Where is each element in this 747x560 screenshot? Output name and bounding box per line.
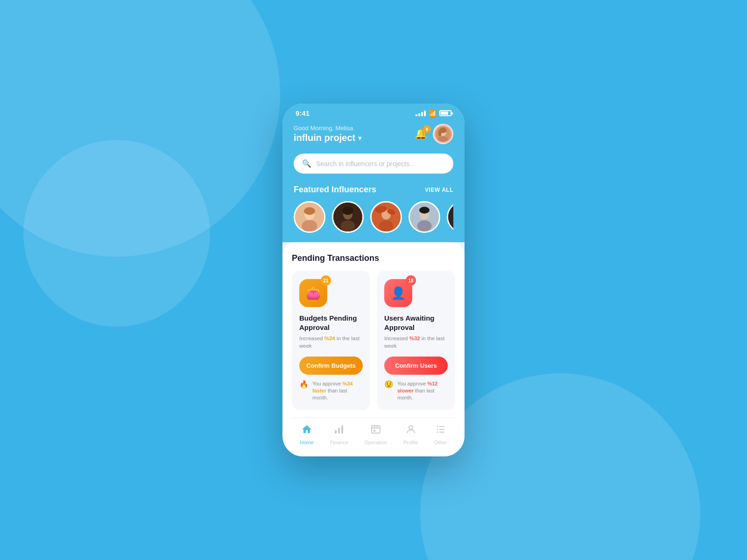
pending-title: Pending Transactions [292,253,455,263]
battery-icon [439,110,451,116]
search-container: 🔍 Search in influencers or projects... [282,154,465,185]
svg-rect-37 [374,430,375,432]
search-icon: 🔍 [302,159,311,168]
nav-other-label: Other [434,440,447,445]
project-name: influin project [294,133,355,143]
influencer-avatar-5[interactable] [447,201,453,233]
influencer-avatar-3[interactable] [370,201,402,233]
signal-icon [416,111,426,116]
operation-icon [370,424,381,438]
svg-point-5 [438,130,442,137]
nav-operation-label: Operation [365,440,387,445]
featured-section: Featured Influencers VIEW ALL [282,185,465,242]
svg-point-8 [302,220,317,232]
svg-rect-33 [372,426,380,433]
header-left: Good Morning, Melisa influin project ▾ [294,125,361,143]
header-right: 🔔 6 [415,124,453,144]
notification-badge: 6 [423,125,431,133]
users-icon-wrapper: 👤 18 [384,279,412,307]
svg-rect-30 [335,430,337,434]
nav-finance[interactable]: Finance [330,424,348,445]
nav-finance-label: Finance [330,440,348,445]
nav-profile-label: Profile [403,440,418,445]
svg-point-12 [341,221,355,232]
main-card: Pending Transactions 👛 21 Budgets Pendin… [282,242,465,456]
transactions-grid: 👛 21 Budgets Pending Approval Increased … [292,271,455,410]
nav-other[interactable]: Other [434,424,447,445]
greeting-text: Good Morning, Melisa [294,125,361,132]
svg-rect-32 [341,426,343,434]
search-bar[interactable]: 🔍 Search in influencers or projects... [294,154,453,174]
svg-rect-31 [338,428,340,434]
phone-device: 9:41 📶 Good Morning, Melisa influin proj… [282,104,465,456]
confirm-budgets-button[interactable]: Confirm Budgets [299,357,363,375]
budget-card: 👛 21 Budgets Pending Approval Increased … [292,271,370,410]
bg-decoration-3 [23,140,210,327]
influencers-row [294,201,453,233]
svg-point-41 [437,428,438,430]
featured-title: Featured Influencers [294,185,376,195]
notification-button[interactable]: 🔔 6 [415,128,427,140]
search-placeholder: Search in influencers or projects... [316,160,415,168]
budget-card-title: Budgets Pending Approval [299,314,363,332]
users-card-subtitle: Increased %32 in the last week [384,335,448,350]
budget-subtitle-prefix: Increased [299,336,324,341]
profile-icon [405,424,416,438]
users-card: 👤 18 Users Awaiting Approval Increased %… [377,271,455,410]
svg-point-43 [437,431,438,433]
budget-card-subtitle: Increased %24 in the last week [299,335,363,350]
users-footer-prefix: You approve [397,381,427,386]
bottom-nav: Home Finance [292,418,455,456]
svg-point-9 [304,207,315,215]
budget-footer-prefix: You approve [312,381,342,386]
svg-point-22 [419,207,430,214]
svg-point-21 [417,221,432,232]
other-icon [435,424,446,438]
svg-point-13 [342,207,353,215]
confirm-users-button[interactable]: Confirm Users [384,357,448,375]
users-highlight: %32 [409,336,420,341]
svg-point-3 [437,136,449,144]
users-badge: 18 [406,275,416,286]
fire-icon: 🔥 [299,379,309,390]
finance-icon [333,424,345,438]
user-avatar[interactable] [433,124,453,144]
budget-icon-wrapper: 👛 21 [299,279,327,307]
nav-profile[interactable]: Profile [403,424,418,445]
nav-operation[interactable]: Operation [365,424,387,445]
chevron-down-icon: ▾ [358,134,361,142]
project-selector[interactable]: influin project ▾ [294,133,361,143]
budget-badge: 21 [321,275,331,286]
svg-point-16 [379,221,394,232]
users-icon: 👤 [391,286,406,301]
status-time: 9:41 [296,109,310,117]
wifi-icon: 📶 [429,110,437,117]
header: Good Morning, Melisa influin project ▾ 🔔… [282,120,465,154]
nav-home-label: Home [300,440,313,445]
influencer-avatar-4[interactable] [409,201,440,233]
svg-point-38 [409,426,413,429]
users-card-title: Users Awaiting Approval [384,314,448,332]
budget-highlight: %24 [324,336,335,341]
nav-home[interactable]: Home [300,424,313,445]
status-icons: 📶 [416,110,451,117]
wallet-icon: 👛 [306,286,321,301]
home-icon [301,424,312,438]
influencer-avatar-1[interactable] [294,201,325,233]
svg-point-39 [437,426,438,427]
users-card-footer: 😟 You approve %12 slower than last month… [384,380,448,402]
svg-rect-23 [448,203,453,231]
status-bar: 9:41 📶 [282,104,465,120]
view-all-button[interactable]: VIEW ALL [425,187,453,193]
budget-card-footer: 🔥 You approve %34 faster than last month… [299,380,363,402]
users-subtitle-prefix: Increased [384,336,409,341]
sad-icon: 😟 [384,379,394,390]
influencer-avatar-2[interactable] [332,201,364,233]
